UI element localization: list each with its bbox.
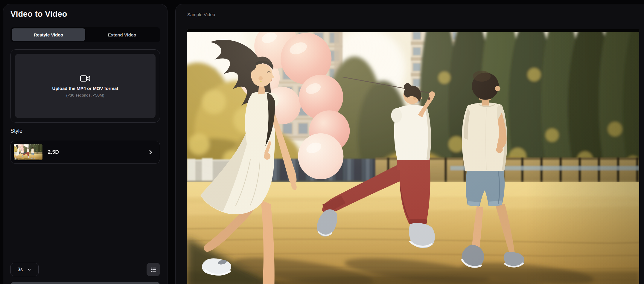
video-to-video-panel: Video to Video Restyle Video Extend Vide… xyxy=(3,4,168,284)
upload-subtitle: (<30 seconds, <50M) xyxy=(66,93,104,97)
generate-button-partial[interactable] xyxy=(10,282,160,284)
upload-inner-card: Upload the MP4 or MOV format (<30 second… xyxy=(15,54,156,118)
style-section-label: Style xyxy=(10,128,160,134)
style-value: 2.5D xyxy=(48,149,142,155)
panel-title: Video to Video xyxy=(10,10,160,19)
upload-title: Upload the MP4 or MOV format xyxy=(52,86,118,91)
duration-dropdown[interactable]: 3s xyxy=(10,263,39,276)
task-list-button[interactable] xyxy=(147,263,160,276)
duration-value: 3s xyxy=(18,267,23,272)
upload-dropzone[interactable]: Upload the MP4 or MOV format (<30 second… xyxy=(10,49,160,123)
video-camera-icon xyxy=(80,74,91,83)
sample-video-frame xyxy=(187,29,639,284)
mode-tabs: Restyle Video Extend Video xyxy=(10,27,160,42)
tab-restyle-video[interactable]: Restyle Video xyxy=(12,28,85,41)
tab-extend-video[interactable]: Extend Video xyxy=(85,28,159,41)
chevron-right-icon xyxy=(148,149,153,155)
style-thumbnail xyxy=(14,144,42,160)
sample-video-panel: Sample Video xyxy=(175,4,644,284)
sample-video-label: Sample Video xyxy=(187,12,215,17)
style-selector[interactable]: 2.5D xyxy=(10,141,160,164)
list-icon xyxy=(150,266,157,273)
chevron-down-icon xyxy=(27,268,31,272)
sample-video-player[interactable] xyxy=(187,29,639,284)
